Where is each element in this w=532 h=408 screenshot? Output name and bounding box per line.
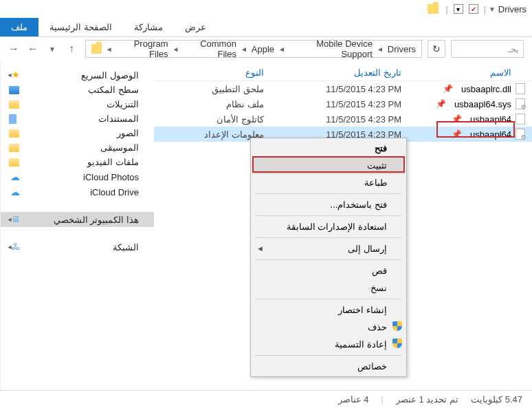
pin-icon: 📌 [452,129,462,139]
chevron-down-icon[interactable]: ▼ [489,6,496,13]
menu-separator [255,259,402,260]
menu-delete[interactable]: حذف [252,319,405,336]
menu-install[interactable]: تثبيت [252,157,405,174]
back-button[interactable]: → [5,41,22,57]
file-icon [516,114,525,125]
file-type: ملحق التطبيق [154,84,271,94]
breadcrumb-part[interactable]: Drivers [385,44,419,54]
menu-separator [255,215,402,216]
breadcrumb-part[interactable]: Apple [249,44,277,54]
file-icon [516,129,525,140]
column-headers: الاسم تاريخ التعديل النوع [154,61,532,81]
desktop-icon [9,86,19,94]
separator: | [445,4,447,14]
folder-icon [428,4,439,14]
ribbon-tabs: ملف الصفحة الرئيسية مشاركة عرض [0,18,532,37]
tab-view[interactable]: عرض [174,18,217,36]
sidebar-network[interactable]: ◄ 🖧 الشبكة [1,239,154,255]
expand-icon[interactable]: ◄ [6,244,13,250]
submenu-arrow-icon: ◄ [256,244,264,253]
sidebar-icloud-photos[interactable]: ☁ iCloud Photos [1,169,154,184]
menu-copy[interactable]: نسخ [252,279,405,297]
file-list-pane: الاسم تاريخ التعديل النوع 📌usbaaplrc.dll… [154,61,532,390]
menu-open[interactable]: فتح [252,140,405,157]
chevron-icon: ◄ [375,45,385,53]
file-icon [516,83,525,94]
sidebar-downloads[interactable]: التنزيلات [1,97,154,111]
sidebar-this-pc[interactable]: ◄ 🖥 هذا الكمبيوتر الشخصي [1,212,154,227]
separator: | [381,394,384,405]
file-name: usbaapl64.sys [454,99,511,109]
documents-icon [9,114,16,124]
file-name: usbaapl64 [470,129,511,140]
cloud-icon: ☁ [9,186,20,197]
tab-share[interactable]: مشاركة [123,18,174,36]
pin-icon: 📌 [443,84,453,94]
menu-rename[interactable]: إعادة التسمية [252,336,405,353]
menu-create-shortcut[interactable]: إنشاء اختصار [252,301,405,319]
file-row[interactable]: 📌usbaapl64 11/5/2015 4:23 PM كاتلوج الأم… [154,111,532,127]
videos-icon [9,158,19,167]
up-button[interactable]: ↑ [63,41,80,57]
file-type: كاتلوج الأمان [154,114,271,125]
downloads-icon [9,100,19,109]
title-bar: | ▾ ✔ | ▼ Drivers [0,0,532,18]
breadcrumb-part[interactable]: Mobile Device Support [287,39,375,59]
breadcrumb[interactable]: ◄ Program Files ◄ Common Files ◄ Apple ◄… [85,40,422,58]
history-dropdown[interactable]: ▼ [44,41,60,57]
pin-icon: 📌 [436,99,446,109]
chevron-icon: ◄ [239,45,249,53]
file-name: usbaapl64 [470,114,511,125]
column-type[interactable]: النوع [154,67,271,78]
menu-restore-previous[interactable]: استعادة الإصدارات السابقة [252,218,405,235]
search-input[interactable]: بحـ [451,40,524,58]
window-title: Drivers [498,4,527,14]
file-icon [516,98,525,109]
menu-separator [255,193,402,194]
status-item-count: 4 عناصر [338,394,369,405]
file-row[interactable]: 📌usbaapl64.sys 11/5/2015 4:23 PM ملف نظا… [154,96,532,111]
quickaccess-toggle-2[interactable]: ✔ [469,4,478,14]
chevron-icon: ◄ [277,45,287,53]
navigation-sidebar: ◄ ★ الوصول السريع سطح المكتب التنزيلات ا… [0,61,154,390]
expand-icon[interactable]: ◄ [6,216,13,223]
file-date: 11/5/2015 4:23 PM [271,84,401,94]
tab-file[interactable]: ملف [0,18,38,36]
menu-separator [255,355,402,356]
column-name[interactable]: الاسم [401,67,532,78]
file-name: usbaaplrc.dll [461,84,511,94]
file-date: 11/5/2015 4:23 PM [271,114,401,125]
refresh-button[interactable]: ↻ [428,40,445,58]
breadcrumb-part[interactable]: Common Files [180,39,239,59]
file-row[interactable]: 📌usbaaplrc.dll 11/5/2015 4:23 PM ملحق ال… [154,81,532,96]
forward-button[interactable]: ← [25,41,41,57]
sidebar-desktop[interactable]: سطح المكتب [1,83,154,97]
sidebar-quick-access[interactable]: ◄ ★ الوصول السريع [1,67,154,83]
pictures-icon [9,129,19,138]
pin-icon: 📌 [452,114,462,124]
sidebar-icloud-drive[interactable]: ☁ iCloud Drive [1,184,154,200]
sidebar-documents[interactable]: المستندات [1,111,154,126]
shield-icon [392,321,402,333]
menu-print[interactable]: طباعة [252,174,405,191]
status-size: 5.47 كيلوبايت [471,394,522,405]
search-placeholder: بحـ [508,44,519,54]
menu-cut[interactable]: قص [252,262,405,279]
quickaccess-toggle-1[interactable]: ▾ [454,4,463,14]
navigation-bar: → ← ▼ ↑ ◄ Program Files ◄ Common Files ◄… [0,37,532,61]
menu-send-to[interactable]: إرسال إلى ◄ [252,240,405,257]
column-date[interactable]: تاريخ التعديل [271,67,401,78]
sidebar-music[interactable]: الموسيقى [1,140,154,155]
sidebar-pictures[interactable]: الصور [1,126,154,140]
sidebar-videos[interactable]: ملفات الفيديو [1,155,154,169]
context-menu: فتح تثبيت طباعة فتح باستخدام... استعادة … [250,138,407,377]
menu-open-with[interactable]: فتح باستخدام... [252,196,405,213]
expand-icon[interactable]: ◄ [6,72,13,78]
cloud-icon: ☁ [9,171,20,182]
breadcrumb-part[interactable]: Program Files [114,39,171,59]
folder-icon [91,44,102,54]
menu-properties[interactable]: خصائص [252,358,405,375]
main-area: ◄ ★ الوصول السريع سطح المكتب التنزيلات ا… [0,61,532,390]
tab-home[interactable]: الصفحة الرئيسية [38,18,123,36]
music-icon [9,144,19,152]
